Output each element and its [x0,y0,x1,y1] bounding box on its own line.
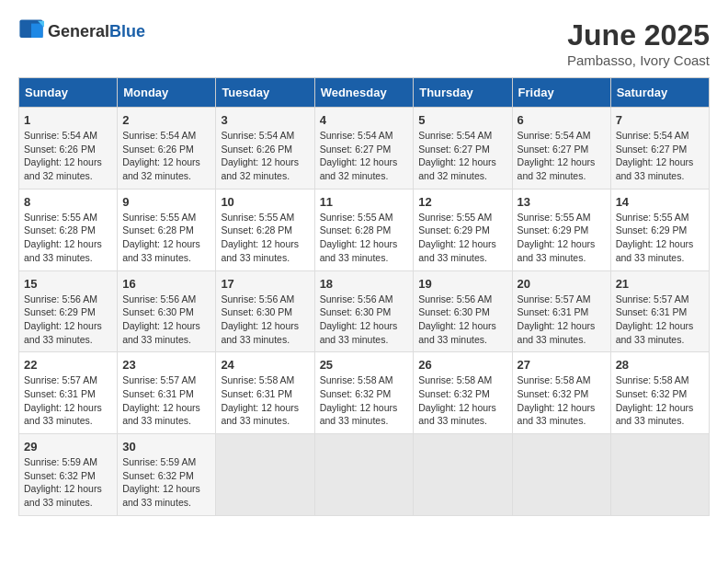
day-number: 25 [320,358,409,372]
calendar-table: SundayMondayTuesdayWednesdayThursdayFrid… [18,77,710,516]
calendar-cell: 21Sunrise: 5:57 AM Sunset: 6:31 PM Dayli… [610,270,709,352]
calendar-cell: 24Sunrise: 5:58 AM Sunset: 6:31 PM Dayli… [216,352,314,434]
calendar-cell: 9Sunrise: 5:55 AM Sunset: 6:28 PM Daylig… [118,189,216,270]
day-number: 23 [122,358,210,372]
day-number: 11 [320,195,409,209]
day-number: 28 [616,358,704,372]
calendar-cell: 27Sunrise: 5:58 AM Sunset: 6:32 PM Dayli… [512,352,610,434]
day-number: 2 [122,113,210,127]
calendar-body: 1Sunrise: 5:54 AM Sunset: 6:26 PM Daylig… [19,108,710,516]
header-row: SundayMondayTuesdayWednesdayThursdayFrid… [19,78,710,108]
calendar-cell: 1Sunrise: 5:54 AM Sunset: 6:26 PM Daylig… [19,108,118,190]
day-number: 24 [221,358,309,372]
logo: GeneralBlue [18,18,145,44]
day-number: 19 [418,277,506,291]
calendar-week-4: 22Sunrise: 5:57 AM Sunset: 6:31 PM Dayli… [19,352,710,434]
day-number: 9 [122,195,210,209]
day-number: 5 [418,113,506,127]
calendar-cell [314,434,414,516]
title-area: June 2025 Pambasso, Ivory Coast [567,18,710,68]
day-number: 17 [221,277,309,291]
day-content: Sunrise: 5:57 AM Sunset: 6:31 PM Dayligh… [24,373,112,428]
day-number: 1 [24,113,112,127]
day-content: Sunrise: 5:59 AM Sunset: 6:32 PM Dayligh… [24,455,112,510]
day-content: Sunrise: 5:54 AM Sunset: 6:27 PM Dayligh… [418,129,506,183]
day-number: 26 [418,358,506,372]
weekday-header-saturday: Saturday [610,78,709,108]
day-number: 30 [122,440,210,454]
calendar-header: SundayMondayTuesdayWednesdayThursdayFrid… [19,78,710,108]
day-content: Sunrise: 5:57 AM Sunset: 6:31 PM Dayligh… [616,293,704,347]
day-content: Sunrise: 5:56 AM Sunset: 6:30 PM Dayligh… [320,293,409,347]
calendar-cell: 28Sunrise: 5:58 AM Sunset: 6:32 PM Dayli… [610,352,709,434]
calendar-cell: 23Sunrise: 5:57 AM Sunset: 6:31 PM Dayli… [118,352,216,434]
day-content: Sunrise: 5:58 AM Sunset: 6:31 PM Dayligh… [221,373,309,428]
calendar-cell: 26Sunrise: 5:58 AM Sunset: 6:32 PM Dayli… [414,352,512,434]
day-content: Sunrise: 5:55 AM Sunset: 6:29 PM Dayligh… [616,211,704,265]
day-number: 6 [518,113,606,127]
day-content: Sunrise: 5:54 AM Sunset: 6:26 PM Dayligh… [221,129,309,183]
calendar-cell [610,434,709,516]
day-number: 13 [518,195,606,209]
calendar-cell: 3Sunrise: 5:54 AM Sunset: 6:26 PM Daylig… [216,108,314,190]
day-content: Sunrise: 5:56 AM Sunset: 6:29 PM Dayligh… [24,293,112,347]
day-content: Sunrise: 5:57 AM Sunset: 6:31 PM Dayligh… [122,373,210,428]
calendar-cell: 22Sunrise: 5:57 AM Sunset: 6:31 PM Dayli… [19,352,118,434]
day-content: Sunrise: 5:55 AM Sunset: 6:28 PM Dayligh… [24,211,112,265]
calendar-cell [414,434,512,516]
calendar-cell: 13Sunrise: 5:55 AM Sunset: 6:29 PM Dayli… [512,189,610,270]
weekday-header-sunday: Sunday [19,78,118,108]
day-content: Sunrise: 5:56 AM Sunset: 6:30 PM Dayligh… [221,293,309,347]
day-content: Sunrise: 5:54 AM Sunset: 6:27 PM Dayligh… [616,129,704,183]
day-content: Sunrise: 5:54 AM Sunset: 6:27 PM Dayligh… [320,129,409,183]
calendar-cell: 4Sunrise: 5:54 AM Sunset: 6:27 PM Daylig… [314,108,414,190]
day-content: Sunrise: 5:58 AM Sunset: 6:32 PM Dayligh… [418,373,506,428]
calendar-week-2: 8Sunrise: 5:55 AM Sunset: 6:28 PM Daylig… [19,189,710,270]
calendar-cell: 7Sunrise: 5:54 AM Sunset: 6:27 PM Daylig… [610,108,709,190]
calendar-cell [512,434,610,516]
page-header: GeneralBlue June 2025 Pambasso, Ivory Co… [18,18,710,68]
calendar-cell: 29Sunrise: 5:59 AM Sunset: 6:32 PM Dayli… [19,434,118,516]
logo-blue: Blue [109,22,145,40]
calendar-cell: 8Sunrise: 5:55 AM Sunset: 6:28 PM Daylig… [19,189,118,270]
day-content: Sunrise: 5:55 AM Sunset: 6:28 PM Dayligh… [122,211,210,265]
calendar-cell [216,434,314,516]
calendar-week-1: 1Sunrise: 5:54 AM Sunset: 6:26 PM Daylig… [19,108,710,190]
calendar-cell: 11Sunrise: 5:55 AM Sunset: 6:28 PM Dayli… [314,189,414,270]
weekday-header-thursday: Thursday [414,78,512,108]
day-number: 4 [320,113,409,127]
calendar-cell: 16Sunrise: 5:56 AM Sunset: 6:30 PM Dayli… [118,270,216,352]
day-content: Sunrise: 5:58 AM Sunset: 6:32 PM Dayligh… [518,373,606,428]
calendar-cell: 5Sunrise: 5:54 AM Sunset: 6:27 PM Daylig… [414,108,512,190]
day-number: 21 [616,277,704,291]
day-number: 20 [518,277,606,291]
day-number: 15 [24,277,112,291]
calendar-cell: 18Sunrise: 5:56 AM Sunset: 6:30 PM Dayli… [314,270,414,352]
day-number: 22 [24,358,112,372]
calendar-cell: 15Sunrise: 5:56 AM Sunset: 6:29 PM Dayli… [19,270,118,352]
month-title: June 2025 [567,18,710,52]
day-content: Sunrise: 5:58 AM Sunset: 6:32 PM Dayligh… [320,373,409,428]
calendar-container: SundayMondayTuesdayWednesdayThursdayFrid… [18,77,710,516]
day-content: Sunrise: 5:56 AM Sunset: 6:30 PM Dayligh… [418,293,506,347]
day-content: Sunrise: 5:59 AM Sunset: 6:32 PM Dayligh… [122,455,210,510]
day-number: 8 [24,195,112,209]
logo-text: GeneralBlue [48,22,145,41]
day-number: 7 [616,113,704,127]
day-content: Sunrise: 5:54 AM Sunset: 6:26 PM Dayligh… [24,129,112,183]
logo-general: General [48,22,109,40]
day-number: 10 [221,195,309,209]
day-number: 12 [418,195,506,209]
weekday-header-wednesday: Wednesday [314,78,414,108]
day-content: Sunrise: 5:55 AM Sunset: 6:28 PM Dayligh… [221,211,309,265]
day-content: Sunrise: 5:58 AM Sunset: 6:32 PM Dayligh… [616,373,704,428]
location-title: Pambasso, Ivory Coast [567,52,710,68]
weekday-header-monday: Monday [118,78,216,108]
day-content: Sunrise: 5:55 AM Sunset: 6:29 PM Dayligh… [418,211,506,265]
day-number: 16 [122,277,210,291]
weekday-header-friday: Friday [512,78,610,108]
calendar-cell: 10Sunrise: 5:55 AM Sunset: 6:28 PM Dayli… [216,189,314,270]
calendar-cell: 19Sunrise: 5:56 AM Sunset: 6:30 PM Dayli… [414,270,512,352]
day-number: 18 [320,277,409,291]
calendar-cell: 2Sunrise: 5:54 AM Sunset: 6:26 PM Daylig… [118,108,216,190]
